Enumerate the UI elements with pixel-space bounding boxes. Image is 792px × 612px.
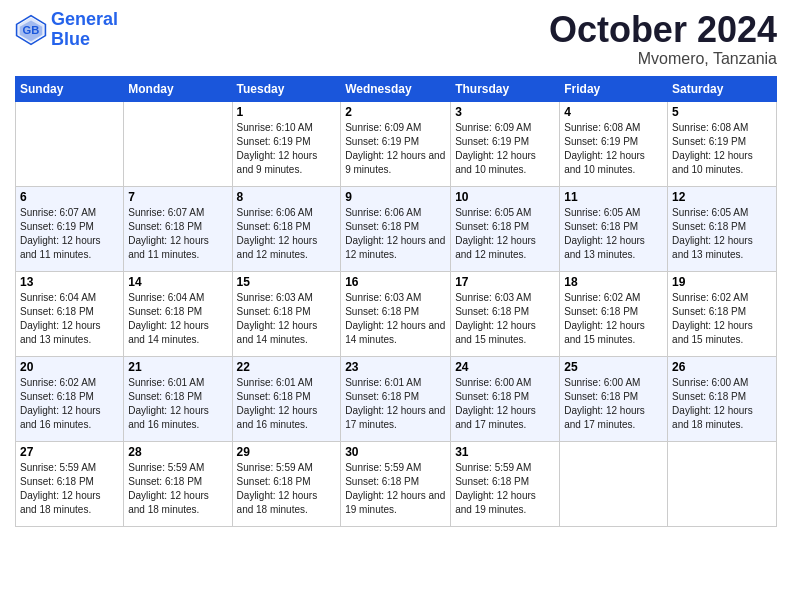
title-section: October 2024 Mvomero, Tanzania	[549, 10, 777, 68]
logo-text: General Blue	[51, 10, 118, 50]
day-number: 24	[455, 360, 555, 374]
day-info: Sunrise: 6:03 AM Sunset: 6:18 PM Dayligh…	[345, 291, 446, 347]
calendar-week-row: 27Sunrise: 5:59 AM Sunset: 6:18 PM Dayli…	[16, 441, 777, 526]
calendar-cell: 25Sunrise: 6:00 AM Sunset: 6:18 PM Dayli…	[560, 356, 668, 441]
calendar-cell	[668, 441, 777, 526]
calendar-header: SundayMondayTuesdayWednesdayThursdayFrid…	[16, 76, 777, 101]
day-info: Sunrise: 5:59 AM Sunset: 6:18 PM Dayligh…	[128, 461, 227, 517]
day-number: 6	[20, 190, 119, 204]
day-info: Sunrise: 6:04 AM Sunset: 6:18 PM Dayligh…	[128, 291, 227, 347]
day-number: 2	[345, 105, 446, 119]
calendar-cell: 12Sunrise: 6:05 AM Sunset: 6:18 PM Dayli…	[668, 186, 777, 271]
header-day: Friday	[560, 76, 668, 101]
logo-line2: Blue	[51, 29, 90, 49]
day-number: 18	[564, 275, 663, 289]
day-info: Sunrise: 5:59 AM Sunset: 6:18 PM Dayligh…	[345, 461, 446, 517]
day-info: Sunrise: 6:03 AM Sunset: 6:18 PM Dayligh…	[455, 291, 555, 347]
day-number: 14	[128, 275, 227, 289]
day-info: Sunrise: 6:03 AM Sunset: 6:18 PM Dayligh…	[237, 291, 337, 347]
calendar-cell	[560, 441, 668, 526]
calendar-week-row: 1Sunrise: 6:10 AM Sunset: 6:19 PM Daylig…	[16, 101, 777, 186]
header-day: Tuesday	[232, 76, 341, 101]
day-number: 3	[455, 105, 555, 119]
day-number: 29	[237, 445, 337, 459]
day-number: 15	[237, 275, 337, 289]
calendar-week-row: 6Sunrise: 6:07 AM Sunset: 6:19 PM Daylig…	[16, 186, 777, 271]
day-number: 10	[455, 190, 555, 204]
day-number: 31	[455, 445, 555, 459]
calendar-cell: 8Sunrise: 6:06 AM Sunset: 6:18 PM Daylig…	[232, 186, 341, 271]
day-number: 19	[672, 275, 772, 289]
day-number: 5	[672, 105, 772, 119]
calendar-cell: 20Sunrise: 6:02 AM Sunset: 6:18 PM Dayli…	[16, 356, 124, 441]
day-number: 22	[237, 360, 337, 374]
calendar-cell: 11Sunrise: 6:05 AM Sunset: 6:18 PM Dayli…	[560, 186, 668, 271]
day-info: Sunrise: 6:01 AM Sunset: 6:18 PM Dayligh…	[128, 376, 227, 432]
calendar-cell: 14Sunrise: 6:04 AM Sunset: 6:18 PM Dayli…	[124, 271, 232, 356]
header-day: Monday	[124, 76, 232, 101]
day-info: Sunrise: 6:06 AM Sunset: 6:18 PM Dayligh…	[237, 206, 337, 262]
day-info: Sunrise: 6:01 AM Sunset: 6:18 PM Dayligh…	[345, 376, 446, 432]
month-title: October 2024	[549, 10, 777, 50]
calendar-week-row: 20Sunrise: 6:02 AM Sunset: 6:18 PM Dayli…	[16, 356, 777, 441]
day-info: Sunrise: 6:01 AM Sunset: 6:18 PM Dayligh…	[237, 376, 337, 432]
day-info: Sunrise: 6:05 AM Sunset: 6:18 PM Dayligh…	[564, 206, 663, 262]
day-number: 30	[345, 445, 446, 459]
calendar-cell: 10Sunrise: 6:05 AM Sunset: 6:18 PM Dayli…	[451, 186, 560, 271]
logo-icon: GB	[15, 14, 47, 46]
calendar-cell	[16, 101, 124, 186]
calendar-cell: 1Sunrise: 6:10 AM Sunset: 6:19 PM Daylig…	[232, 101, 341, 186]
day-info: Sunrise: 5:59 AM Sunset: 6:18 PM Dayligh…	[20, 461, 119, 517]
day-info: Sunrise: 6:09 AM Sunset: 6:19 PM Dayligh…	[455, 121, 555, 177]
day-info: Sunrise: 5:59 AM Sunset: 6:18 PM Dayligh…	[237, 461, 337, 517]
day-number: 7	[128, 190, 227, 204]
calendar-cell: 2Sunrise: 6:09 AM Sunset: 6:19 PM Daylig…	[341, 101, 451, 186]
header: GB General Blue October 2024 Mvomero, Ta…	[15, 10, 777, 68]
calendar-cell: 4Sunrise: 6:08 AM Sunset: 6:19 PM Daylig…	[560, 101, 668, 186]
logo-line1: General	[51, 9, 118, 29]
day-info: Sunrise: 6:08 AM Sunset: 6:19 PM Dayligh…	[564, 121, 663, 177]
svg-text:GB: GB	[23, 24, 40, 36]
header-day: Saturday	[668, 76, 777, 101]
calendar-cell: 22Sunrise: 6:01 AM Sunset: 6:18 PM Dayli…	[232, 356, 341, 441]
calendar-cell: 29Sunrise: 5:59 AM Sunset: 6:18 PM Dayli…	[232, 441, 341, 526]
day-info: Sunrise: 6:00 AM Sunset: 6:18 PM Dayligh…	[455, 376, 555, 432]
day-number: 23	[345, 360, 446, 374]
calendar-table: SundayMondayTuesdayWednesdayThursdayFrid…	[15, 76, 777, 527]
header-day: Wednesday	[341, 76, 451, 101]
calendar-cell: 13Sunrise: 6:04 AM Sunset: 6:18 PM Dayli…	[16, 271, 124, 356]
day-number: 16	[345, 275, 446, 289]
calendar-cell: 19Sunrise: 6:02 AM Sunset: 6:18 PM Dayli…	[668, 271, 777, 356]
calendar-cell: 3Sunrise: 6:09 AM Sunset: 6:19 PM Daylig…	[451, 101, 560, 186]
day-info: Sunrise: 5:59 AM Sunset: 6:18 PM Dayligh…	[455, 461, 555, 517]
calendar-cell: 21Sunrise: 6:01 AM Sunset: 6:18 PM Dayli…	[124, 356, 232, 441]
calendar-cell: 5Sunrise: 6:08 AM Sunset: 6:19 PM Daylig…	[668, 101, 777, 186]
calendar-body: 1Sunrise: 6:10 AM Sunset: 6:19 PM Daylig…	[16, 101, 777, 526]
calendar-cell: 18Sunrise: 6:02 AM Sunset: 6:18 PM Dayli…	[560, 271, 668, 356]
calendar-cell: 6Sunrise: 6:07 AM Sunset: 6:19 PM Daylig…	[16, 186, 124, 271]
location-subtitle: Mvomero, Tanzania	[549, 50, 777, 68]
day-number: 26	[672, 360, 772, 374]
calendar-cell: 28Sunrise: 5:59 AM Sunset: 6:18 PM Dayli…	[124, 441, 232, 526]
calendar-cell	[124, 101, 232, 186]
day-number: 11	[564, 190, 663, 204]
day-info: Sunrise: 6:06 AM Sunset: 6:18 PM Dayligh…	[345, 206, 446, 262]
calendar-cell: 23Sunrise: 6:01 AM Sunset: 6:18 PM Dayli…	[341, 356, 451, 441]
calendar-cell: 9Sunrise: 6:06 AM Sunset: 6:18 PM Daylig…	[341, 186, 451, 271]
day-info: Sunrise: 6:07 AM Sunset: 6:19 PM Dayligh…	[20, 206, 119, 262]
day-info: Sunrise: 6:00 AM Sunset: 6:18 PM Dayligh…	[672, 376, 772, 432]
page: GB General Blue October 2024 Mvomero, Ta…	[0, 0, 792, 612]
calendar-cell: 26Sunrise: 6:00 AM Sunset: 6:18 PM Dayli…	[668, 356, 777, 441]
day-number: 27	[20, 445, 119, 459]
day-number: 13	[20, 275, 119, 289]
day-info: Sunrise: 6:09 AM Sunset: 6:19 PM Dayligh…	[345, 121, 446, 177]
day-number: 17	[455, 275, 555, 289]
day-info: Sunrise: 6:02 AM Sunset: 6:18 PM Dayligh…	[564, 291, 663, 347]
day-info: Sunrise: 6:04 AM Sunset: 6:18 PM Dayligh…	[20, 291, 119, 347]
header-day: Sunday	[16, 76, 124, 101]
calendar-cell: 15Sunrise: 6:03 AM Sunset: 6:18 PM Dayli…	[232, 271, 341, 356]
calendar-cell: 7Sunrise: 6:07 AM Sunset: 6:18 PM Daylig…	[124, 186, 232, 271]
day-number: 4	[564, 105, 663, 119]
calendar-week-row: 13Sunrise: 6:04 AM Sunset: 6:18 PM Dayli…	[16, 271, 777, 356]
day-info: Sunrise: 6:05 AM Sunset: 6:18 PM Dayligh…	[672, 206, 772, 262]
